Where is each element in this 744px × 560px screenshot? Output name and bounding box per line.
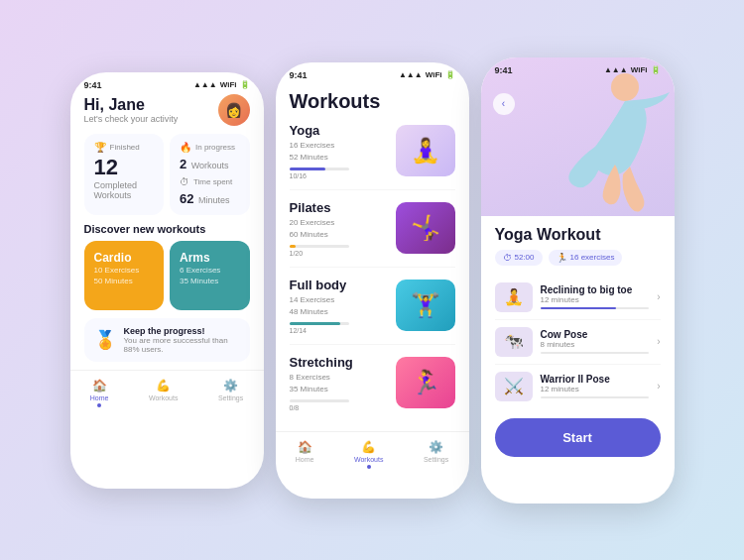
ex-title-1: Reclining to big toe (541, 284, 650, 295)
time-right: 9:41 (495, 65, 513, 75)
greeting-sub: Let's check your activity (84, 114, 179, 124)
finished-count: 12 (94, 155, 155, 180)
timespent-count: 62 (180, 191, 193, 206)
nav-active-indicator (97, 403, 101, 407)
nav-workouts[interactable]: 💪 Workouts (149, 379, 178, 407)
nav-home[interactable]: 🏠 Home (90, 379, 109, 407)
ex-sub-2: 8 minutes (541, 340, 650, 349)
list-item-stretching[interactable]: Stretching 8 Exercises 35 Minutes 0/8 🏃‍… (290, 355, 455, 421)
greeting-name: Hi, Jane (84, 96, 179, 114)
yoga-progress-label: 10/16 (290, 172, 396, 179)
arms-sub2: 35 Minutes (180, 276, 240, 286)
right-content: Yoga Workout ⏱ 52:00 🏃 16 exercises 🧘 Re… (481, 216, 675, 504)
exercise-item-2[interactable]: 🐄 Cow Pose 8 minutes › (495, 320, 661, 365)
ex-progress-fill-1 (541, 307, 617, 309)
fullbody-exercises: 14 Exercises (290, 294, 396, 306)
workout-cards: Cardio 10 Exercises 50 Minutes Arms 6 Ex… (84, 241, 250, 310)
chevron-right-icon-3: › (657, 381, 660, 392)
phone-right: 9:41 ▲▲▲ WiFi 🔋 ‹ Yoga Workout (481, 57, 675, 504)
ex-info-1: Reclining to big toe 12 minutes (541, 284, 650, 309)
home-icon: 🏠 (92, 379, 107, 392)
yoga-hero-svg (536, 57, 675, 216)
yoga-minutes: 52 Minutes (290, 152, 396, 164)
status-bar-right: 9:41 ▲▲▲ WiFi 🔋 (481, 57, 675, 79)
nav-settings-mid[interactable]: ⚙️ Settings (424, 440, 448, 469)
duration-value: 52:00 (515, 253, 535, 262)
inprogress-label: In progress (195, 143, 235, 152)
nav-active-mid (367, 465, 371, 469)
phone-middle: 9:41 ▲▲▲ WiFi 🔋 Workouts Yoga 16 Exercis… (276, 62, 469, 499)
arms-title: Arms (180, 251, 240, 265)
ex-sub-1: 12 minutes (541, 295, 650, 304)
time-mid: 9:41 (290, 70, 308, 80)
clock-icon-right: ⏱ (503, 253, 512, 263)
ex-thumb-3: ⚔️ (495, 372, 533, 401)
list-item-yoga[interactable]: Yoga 16 Exercises 52 Minutes 10/16 🧘‍♀️ (290, 123, 455, 190)
cardio-card[interactable]: Cardio 10 Exercises 50 Minutes (84, 241, 165, 310)
nav-workouts-label-mid: Workouts (354, 456, 383, 463)
nav-workouts-mid[interactable]: 💪 Workouts (354, 440, 383, 469)
discover-title: Discover new workouts (84, 223, 250, 235)
cardio-title: Cardio (94, 251, 155, 265)
exercise-item-1[interactable]: 🧘 Reclining to big toe 12 minutes › (495, 276, 661, 320)
pilates-progress-fill (290, 245, 296, 248)
figure-icon: 🏃 (557, 253, 567, 263)
nav-home-label-mid: Home (296, 456, 314, 463)
nav-workouts-label: Workouts (149, 394, 178, 401)
stat-inprogress: 🔥 In progress 2 Workouts ⏱ Time spent 62… (170, 134, 250, 215)
nav-home-label: Home (90, 394, 109, 401)
timespent-sub: Minutes (198, 195, 230, 205)
nav-home-mid[interactable]: 🏠 Home (296, 440, 314, 469)
chevron-right-icon-2: › (657, 336, 660, 347)
fullbody-progress-fill (290, 322, 340, 325)
exercise-item-3[interactable]: ⚔️ Warrior II Pose 12 minutes › (495, 365, 661, 408)
duration-badge: ⏱ 52:00 (495, 250, 543, 266)
timespent-label: Time spent (193, 177, 232, 186)
finished-sub: Completed Workouts (94, 180, 155, 200)
settings-icon: ⚙️ (223, 379, 238, 392)
bottom-nav-mid: 🏠 Home 💪 Workouts ⚙️ Settings (276, 431, 469, 479)
stretching-title: Stretching (290, 355, 396, 370)
fullbody-title: Full body (290, 278, 396, 292)
finished-label: Finished (110, 143, 140, 152)
cardio-sub2: 50 Minutes (94, 276, 155, 286)
nav-settings[interactable]: ⚙️ Settings (218, 379, 243, 407)
finished-icon: 🏆 (94, 142, 106, 153)
cardio-sub1: 10 Exercises (94, 265, 155, 276)
ex-thumb-2: 🐄 (495, 327, 533, 357)
start-button[interactable]: Start (495, 418, 661, 457)
yoga-progress-fill (290, 168, 325, 170)
workouts-page-title: Workouts (290, 90, 455, 113)
inprogress-count: 2 (180, 157, 186, 171)
fullbody-image: 🏋️‍♀️ (396, 280, 455, 331)
home-icon-mid: 🏠 (298, 440, 312, 454)
status-bar-left: 9:41 ▲▲▲ WiFi 🔋 (70, 72, 264, 94)
ex-title-2: Cow Pose (541, 329, 650, 340)
chevron-right-icon-1: › (657, 291, 660, 302)
yoga-workout-title: Yoga Workout (495, 226, 661, 244)
arms-sub1: 6 Exercises (180, 265, 240, 276)
status-bar-mid: 9:41 ▲▲▲ WiFi 🔋 (276, 62, 469, 84)
ex-thumb-1: 🧘 (495, 282, 533, 312)
progress-icon: 🏅 (94, 329, 116, 351)
ex-info-3: Warrior II Pose 12 minutes (541, 374, 650, 398)
status-icons-right: ▲▲▲ WiFi 🔋 (604, 65, 661, 74)
workouts-icon-mid: 💪 (361, 440, 376, 454)
inprogress-sub: Workouts (191, 161, 229, 170)
list-item-fullbody[interactable]: Full body 14 Exercises 48 Minutes 12/14 … (290, 278, 455, 345)
pilates-image: 🤸‍♀️ (396, 202, 455, 254)
pilates-progress-label: 1/20 (290, 250, 396, 257)
progress-title: Keep the progress! (124, 326, 240, 336)
bottom-nav-left: 🏠 Home 💪 Workouts ⚙️ Settings (70, 370, 264, 417)
back-button[interactable]: ‹ (493, 93, 515, 115)
list-item-pilates[interactable]: Pilates 20 Exercises 60 Minutes 1/20 🤸‍♀… (290, 200, 455, 268)
pilates-exercises: 20 Exercises (290, 217, 396, 229)
settings-icon-mid: ⚙️ (429, 440, 443, 454)
arms-card[interactable]: Arms 6 Exercises 35 Minutes (170, 241, 250, 310)
exercises-badge: 🏃 16 exercises (549, 250, 623, 266)
yoga-title: Yoga (290, 123, 396, 138)
avatar: 👩 (218, 94, 250, 126)
yoga-exercises: 16 Exercises (290, 140, 396, 152)
phone-left: 9:41 ▲▲▲ WiFi 🔋 Hi, Jane Let's check you… (70, 72, 264, 489)
stretching-exercises: 8 Exercises (290, 372, 396, 384)
